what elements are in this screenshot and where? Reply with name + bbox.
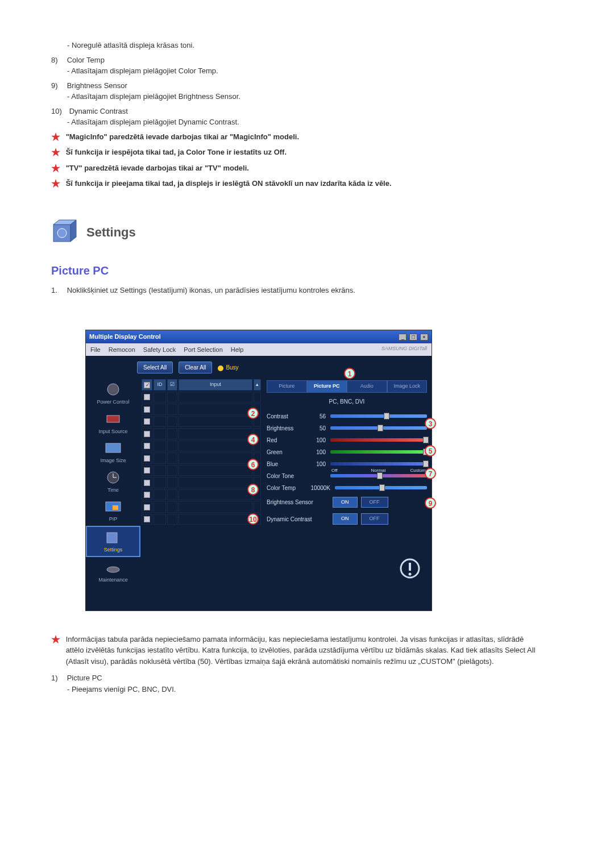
row-checkbox[interactable] — [144, 467, 150, 474]
row-checkbox[interactable] — [144, 431, 150, 437]
list-title: Color Temp — [67, 55, 533, 66]
sidebar-item-label: Input Source — [87, 428, 139, 436]
list-sub: - Atlasītajam displejam pielāgojiet Brig… — [67, 91, 563, 102]
star-icon: ★ — [51, 634, 64, 646]
list-sub: - Atlasītajam displejam pielāgojiet Colo… — [67, 65, 563, 77]
callout-5: 5 — [425, 445, 436, 456]
svg-point-13 — [107, 567, 119, 572]
svg-rect-6 — [106, 443, 121, 452]
row-checkbox[interactable] — [144, 480, 150, 486]
toolbar: Select All Clear All Busy — [86, 356, 432, 378]
row-blue: Blue 100 — [267, 458, 427, 470]
busy-indicator: Busy — [218, 363, 238, 372]
settings-panel: Picture Picture PC Audio Image Lock PC, … — [262, 378, 432, 588]
callout-7: 7 — [425, 468, 436, 479]
menu-safety-lock[interactable]: Safety Lock — [143, 345, 176, 355]
value-green: 100 — [309, 448, 328, 456]
tab-image-lock[interactable]: Image Lock — [387, 380, 428, 393]
label-red: Red — [267, 436, 306, 445]
slider-brightness[interactable] — [330, 426, 427, 430]
slider-thumb[interactable] — [384, 413, 389, 420]
dynamic-contrast-on-button[interactable]: ON — [333, 513, 358, 525]
star-text: "TV" paredzētā ievade darbojas tikai ar … — [66, 163, 544, 174]
star-note: ★ "MagicInfo" paredzētā ievade darbojas … — [51, 131, 563, 144]
list-sub: - Pieejams vienīgi PC, BNC, DVI. — [67, 684, 563, 695]
star-icon: ★ — [51, 131, 64, 144]
sidebar-item-time[interactable]: Time — [86, 467, 140, 497]
sidebar-item-power[interactable]: Power Control — [86, 379, 140, 409]
sidebar-item-maintenance[interactable]: Maintenance — [86, 557, 140, 587]
busy-label: Busy — [226, 364, 238, 371]
sidebar-item-label: Power Control — [87, 398, 139, 406]
menu-port-selection[interactable]: Port Selection — [184, 345, 222, 355]
slider-thumb[interactable] — [377, 425, 383, 431]
list-title: Brightness Sensor — [67, 80, 533, 92]
slider-thumb[interactable] — [423, 437, 429, 443]
menu-remocon[interactable]: Remocon — [109, 345, 135, 355]
slider-color-temp[interactable] — [335, 486, 427, 489]
svg-rect-5 — [107, 416, 119, 422]
list-number: 9) — [51, 80, 65, 92]
row-checkbox[interactable] — [144, 418, 150, 425]
slider-blue[interactable] — [330, 462, 427, 466]
app-screenshot: Multiple Display Control _ □ × File Remo… — [85, 330, 563, 611]
select-all-button[interactable]: Select All — [137, 362, 173, 373]
close-icon[interactable]: × — [420, 334, 428, 340]
list-title: Picture PC — [67, 672, 533, 684]
sidebar-item-label: Time — [87, 487, 139, 495]
slider-green[interactable] — [330, 450, 427, 454]
menu-file[interactable]: File — [90, 345, 101, 355]
scroll-up-icon[interactable]: ▴ — [254, 379, 261, 391]
row-color-temp: Color Temp 10000K — [267, 482, 427, 494]
slider-thumb[interactable] — [377, 472, 383, 479]
list-number: 10) — [51, 106, 67, 117]
minimize-icon[interactable]: _ — [399, 334, 406, 340]
row-checkbox[interactable] — [144, 492, 150, 498]
window-buttons[interactable]: _ □ × — [397, 333, 428, 341]
tab-audio[interactable]: Audio — [347, 380, 387, 393]
star-text: "MagicInfo" paredzētā ievade darbojas ti… — [66, 131, 544, 143]
slider-color-tone[interactable]: Off Normal Custom — [330, 474, 427, 477]
row-checkbox[interactable] — [144, 406, 150, 413]
sidebar-item-pip[interactable]: PIP — [86, 496, 140, 526]
star-icon: ★ — [51, 163, 64, 175]
sidebar-item-image-size[interactable]: Image Size — [86, 438, 140, 467]
svg-point-3 — [57, 229, 67, 238]
sidebar-item-label: Image Size — [87, 457, 139, 465]
tab-picture-pc[interactable]: Picture PC — [307, 380, 347, 393]
list-item-8: 8) Color Temp - Atlasītajam displejam pi… — [51, 55, 563, 77]
slider-thumb[interactable] — [423, 460, 429, 467]
row-checkbox[interactable] — [144, 443, 150, 449]
row-checkbox[interactable] — [144, 516, 150, 522]
sidebar-item-input[interactable]: Input Source — [86, 409, 140, 438]
source-label: PC, BNC, DVI — [267, 395, 427, 410]
list-item-10: 10) Dynamic Contrast - Atlasītajam displ… — [51, 106, 563, 128]
dynamic-contrast-off-button[interactable]: OFF — [361, 513, 388, 525]
tab-picture[interactable]: Picture — [267, 380, 307, 393]
star-text: Šī funkcija ir pieejama tikai tad, ja di… — [66, 178, 544, 189]
slider-contrast[interactable] — [330, 414, 427, 418]
row-checkbox[interactable] — [144, 455, 150, 462]
maximize-icon[interactable]: □ — [409, 334, 417, 340]
brightness-sensor-on-button[interactable]: ON — [333, 497, 358, 508]
brightness-sensor-off-button[interactable]: OFF — [361, 497, 388, 508]
select-all-checkbox[interactable] — [144, 382, 150, 388]
clear-all-button[interactable]: Clear All — [179, 362, 212, 373]
callout-3: 3 — [425, 418, 436, 429]
section-header: Settings — [51, 219, 563, 246]
slider-thumb[interactable] — [379, 484, 385, 491]
menu-help[interactable]: Help — [231, 345, 244, 355]
menubar: File Remocon Safety Lock Port Selection … — [86, 343, 432, 356]
callout-9: 9 — [425, 497, 436, 509]
value-red: 100 — [309, 436, 328, 445]
label-brightness: Brightness — [267, 424, 306, 433]
row-checkbox[interactable] — [144, 394, 150, 400]
sidebar-item-settings[interactable]: Settings — [86, 526, 140, 558]
list-number: 1) — [51, 672, 65, 684]
row-red: Red 100 — [267, 434, 427, 446]
label-dynamic-contrast: Dynamic Contrast — [267, 515, 329, 524]
svg-rect-11 — [113, 505, 118, 510]
app-window: Multiple Display Control _ □ × File Remo… — [85, 330, 432, 611]
row-checkbox[interactable] — [144, 504, 150, 510]
slider-red[interactable] — [330, 438, 427, 442]
